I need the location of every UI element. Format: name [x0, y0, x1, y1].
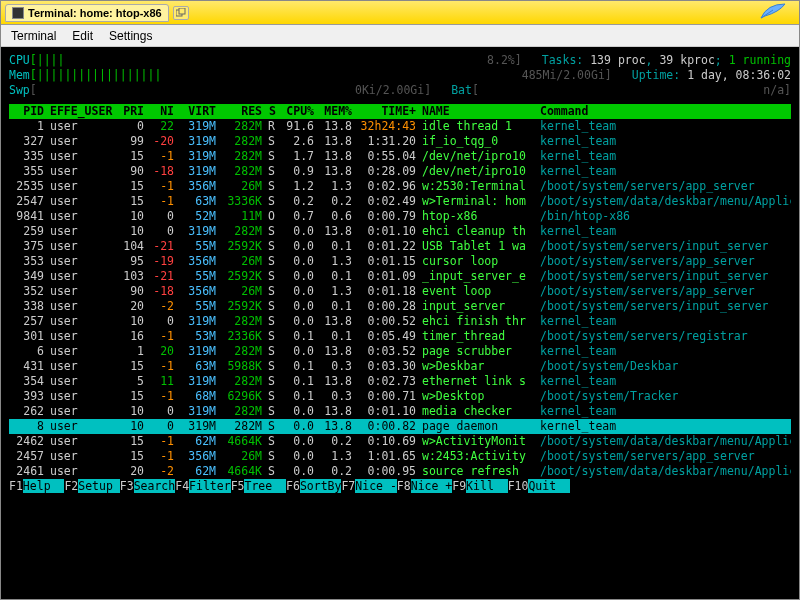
table-row[interactable]: 6user120319M282MS0.013.80:03.52page scru…: [9, 344, 791, 359]
duplicate-icon: [176, 8, 186, 18]
table-row[interactable]: 2461user20-262M4664KS0.00.20:00.95source…: [9, 464, 791, 479]
table-row[interactable]: 1user022319M282MR91.613.832h24:43idle th…: [9, 119, 791, 134]
fkey-F4[interactable]: F4: [175, 479, 189, 493]
menubar: Terminal Edit Settings: [1, 25, 799, 47]
table-row[interactable]: 335user15-1319M282MS1.713.80:55.04/dev/n…: [9, 149, 791, 164]
window: Terminal: home: htop-x86 Terminal Edit S…: [0, 0, 800, 600]
table-row[interactable]: 2535user15-1356M26MS1.21.30:02.96w:2530:…: [9, 179, 791, 194]
table-row[interactable]: 338user20-255M2592KS0.00.10:00.28input_s…: [9, 299, 791, 314]
terminal-body[interactable]: CPU[||||8.2%]Tasks: 139 proc, 39 kproc; …: [1, 47, 799, 599]
function-key-bar: F1Help F2Setup F3SearchF4FilterF5Tree F6…: [9, 479, 791, 494]
terminal-tab[interactable]: Terminal: home: htop-x86: [5, 4, 169, 22]
table-row[interactable]: 327user99-20319M282MS2.613.81:31.20if_io…: [9, 134, 791, 149]
process-table: PIDEFFE_USERPRINIVIRTRESSCPU%MEM%TIME+NA…: [9, 104, 791, 479]
table-row[interactable]: 349user103-2155M2592KS0.00.10:01.09_inpu…: [9, 269, 791, 284]
menu-terminal[interactable]: Terminal: [11, 29, 56, 43]
table-row[interactable]: 259user100319M282MS0.013.80:01.10ehci cl…: [9, 224, 791, 239]
table-row[interactable]: 393user15-168M6296KS0.10.30:00.71w>Deskt…: [9, 389, 791, 404]
fkey-F3[interactable]: F3: [120, 479, 134, 493]
fkey-F1[interactable]: F1: [9, 479, 23, 493]
table-row[interactable]: 375user104-2155M2592KS0.00.10:01.22USB T…: [9, 239, 791, 254]
svg-rect-1: [179, 8, 185, 14]
fkey-F9[interactable]: F9: [452, 479, 466, 493]
fkey-F5[interactable]: F5: [231, 479, 245, 493]
table-row[interactable]: 354user511319M282MS0.113.80:02.73etherne…: [9, 374, 791, 389]
fkey-F7[interactable]: F7: [341, 479, 355, 493]
window-title: Terminal: home: htop-x86: [28, 7, 162, 19]
feather-icon: [759, 2, 787, 23]
terminal-icon: [12, 7, 24, 19]
fkey-F10[interactable]: F10: [508, 479, 529, 493]
menu-edit[interactable]: Edit: [72, 29, 93, 43]
table-row[interactable]: 2457user15-1356M26MS0.01.31:01.65w:2453:…: [9, 449, 791, 464]
new-tab-button[interactable]: [173, 6, 189, 20]
table-row[interactable]: 355user90-18319M282MS0.913.80:28.09/dev/…: [9, 164, 791, 179]
table-row[interactable]: 8user100319M282MS0.013.80:00.82page daem…: [9, 419, 791, 434]
menu-settings[interactable]: Settings: [109, 29, 152, 43]
fkey-F2[interactable]: F2: [64, 479, 78, 493]
table-row[interactable]: 2462user15-162M4664KS0.00.20:10.69w>Acti…: [9, 434, 791, 449]
table-row[interactable]: 353user95-19356M26MS0.01.30:01.15cursor …: [9, 254, 791, 269]
table-header[interactable]: PIDEFFE_USERPRINIVIRTRESSCPU%MEM%TIME+NA…: [9, 104, 791, 119]
fkey-F6[interactable]: F6: [286, 479, 300, 493]
table-row[interactable]: 262user100319M282MS0.013.80:01.10media c…: [9, 404, 791, 419]
table-row[interactable]: 352user90-18356M26MS0.01.30:01.18event l…: [9, 284, 791, 299]
table-row[interactable]: 9841user10052M11MO0.70.60:00.79htop-x86/…: [9, 209, 791, 224]
table-row[interactable]: 2547user15-163M3336KS0.20.20:02.49w>Term…: [9, 194, 791, 209]
table-row[interactable]: 431user15-163M5988KS0.10.30:03.30w>Deskb…: [9, 359, 791, 374]
table-row[interactable]: 301user16-153M2336KS0.10.10:05.49timer_t…: [9, 329, 791, 344]
table-row[interactable]: 257user100319M282MS0.013.80:00.52ehci fi…: [9, 314, 791, 329]
titlebar[interactable]: Terminal: home: htop-x86: [1, 1, 799, 25]
fkey-F8[interactable]: F8: [397, 479, 411, 493]
